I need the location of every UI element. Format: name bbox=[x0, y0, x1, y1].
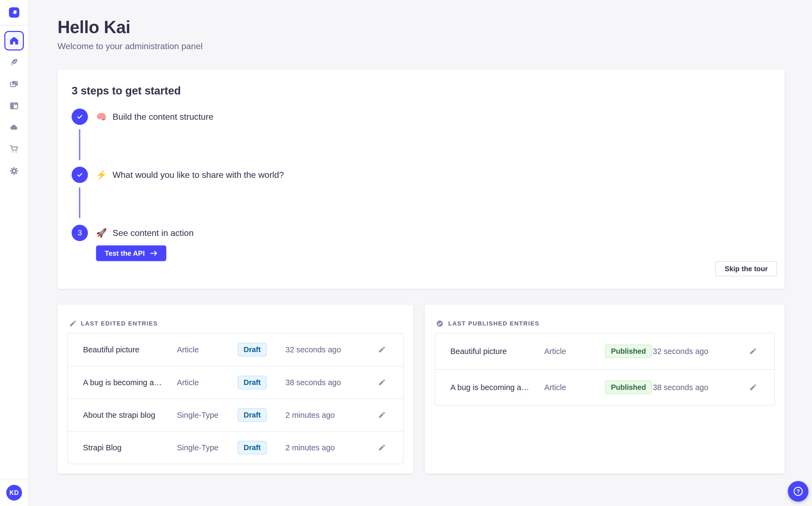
entry-status-badge: Published bbox=[605, 381, 652, 394]
edit-entry-button[interactable] bbox=[746, 381, 759, 394]
entries-table: Beautiful picture Article Draft 32 secon… bbox=[67, 333, 404, 464]
entry-title: About the strapi blog bbox=[83, 411, 177, 420]
step-status-circle bbox=[72, 108, 88, 125]
entry-row: About the strapi blog Single-Type Draft … bbox=[68, 399, 403, 431]
gear-icon bbox=[9, 166, 19, 176]
panel-header: LAST PUBLISHED ENTRIES bbox=[435, 314, 775, 331]
step-number: 3 bbox=[78, 229, 82, 237]
entries-panels: LAST EDITED ENTRIES Beautiful picture Ar… bbox=[58, 305, 785, 474]
step-emoji: 🧠 bbox=[96, 112, 109, 121]
main-content: Hello Kai Welcome to your administration… bbox=[29, 0, 812, 474]
entry-title: Beautiful picture bbox=[83, 345, 177, 354]
step-label: Build the content structure bbox=[113, 112, 213, 121]
entry-status-badge: Draft bbox=[238, 408, 267, 422]
entry-row: A bug is becoming a… Article Published 3… bbox=[435, 369, 774, 405]
sidebar-item-media-library[interactable] bbox=[4, 74, 24, 94]
sidebar-item-settings[interactable] bbox=[4, 161, 24, 181]
entry-row: Beautiful picture Article Published 32 s… bbox=[435, 333, 774, 369]
strapi-admin-page: KD Hello Kai Welcome to your administrat… bbox=[0, 0, 812, 506]
panel-header: LAST EDITED ENTRIES bbox=[67, 314, 404, 331]
pencil-icon bbox=[378, 379, 385, 386]
entry-title: A bug is becoming a… bbox=[450, 383, 544, 392]
entry-time: 2 minutes ago bbox=[285, 411, 375, 420]
last-published-panel: LAST PUBLISHED ENTRIES Beautiful picture… bbox=[425, 305, 785, 474]
images-icon bbox=[10, 80, 18, 88]
step-status-circle: 3 bbox=[72, 225, 88, 241]
pencil-icon bbox=[378, 444, 385, 451]
entry-time: 32 seconds ago bbox=[285, 345, 375, 354]
page-subtitle: Welcome to your administration panel bbox=[58, 40, 785, 52]
entry-type: Article bbox=[544, 347, 605, 356]
entry-row: Strapi Blog Single-Type Draft 2 minutes … bbox=[68, 431, 403, 463]
sidebar-item-cloud[interactable] bbox=[4, 118, 24, 137]
last-edited-panel: LAST EDITED ENTRIES Beautiful picture Ar… bbox=[58, 305, 413, 474]
entry-type: Single-Type bbox=[177, 411, 238, 420]
arrow-right-icon bbox=[150, 251, 158, 256]
entry-title: Beautiful picture bbox=[450, 347, 544, 356]
pencil-icon bbox=[749, 348, 756, 355]
step-emoji: 🚀 bbox=[96, 228, 109, 238]
help-button[interactable]: ? bbox=[788, 481, 808, 502]
entry-type: Article bbox=[177, 345, 238, 354]
edit-entry-button[interactable] bbox=[375, 343, 388, 356]
onboarding-steps: 🧠 Build the content structure ⚡ What wou… bbox=[72, 108, 771, 261]
check-icon bbox=[76, 171, 84, 179]
sidebar: KD bbox=[0, 0, 29, 506]
entry-type: Article bbox=[177, 378, 238, 387]
test-api-label: Test the API bbox=[105, 249, 144, 258]
pencil-icon bbox=[749, 384, 756, 391]
sidebar-item-marketplace[interactable] bbox=[4, 140, 24, 159]
page-title: Hello Kai bbox=[58, 16, 785, 38]
check-icon bbox=[76, 113, 84, 120]
cart-icon bbox=[9, 145, 19, 154]
strapi-logo-icon[interactable] bbox=[9, 7, 19, 18]
entry-title: Strapi Blog bbox=[83, 443, 177, 452]
sidebar-footer: KD bbox=[0, 479, 28, 506]
edit-entry-button[interactable] bbox=[375, 376, 388, 389]
entries-table: Beautiful picture Article Published 32 s… bbox=[435, 333, 775, 406]
onboarding-title: 3 steps to get started bbox=[72, 84, 771, 98]
edit-entry-button[interactable] bbox=[375, 441, 388, 454]
entry-time: 38 seconds ago bbox=[285, 378, 375, 387]
user-avatar[interactable]: KD bbox=[6, 485, 22, 501]
step-label: What would you like to share with the wo… bbox=[113, 170, 284, 180]
panel-title: LAST EDITED ENTRIES bbox=[81, 320, 158, 327]
check-circle-icon bbox=[436, 320, 443, 327]
entry-title: A bug is becoming a… bbox=[83, 378, 177, 387]
entry-status-badge: Draft bbox=[238, 343, 267, 356]
entry-row: A bug is becoming a… Article Draft 38 se… bbox=[68, 366, 403, 399]
step-status-circle bbox=[72, 167, 88, 183]
entry-status-badge: Published bbox=[605, 344, 652, 358]
onboarding-step: ⚡ What would you like to share with the … bbox=[72, 167, 771, 183]
onboarding-step: 3 🚀 See content in action Test the API bbox=[72, 225, 771, 261]
sidebar-nav bbox=[0, 25, 28, 181]
entry-status-badge: Draft bbox=[238, 376, 267, 389]
pencil-icon bbox=[378, 346, 385, 353]
skip-tour-button[interactable]: Skip the tour bbox=[715, 261, 777, 276]
entry-time: 32 seconds ago bbox=[653, 347, 746, 356]
cloud-icon bbox=[9, 123, 19, 132]
step-emoji: ⚡ bbox=[96, 170, 109, 180]
test-api-button[interactable]: Test the API bbox=[96, 245, 166, 261]
entry-type: Single-Type bbox=[177, 443, 238, 452]
onboarding-card: 3 steps to get started 🧠 Build the conte… bbox=[58, 70, 785, 289]
edit-entry-button[interactable] bbox=[746, 345, 759, 358]
edit-entry-button[interactable] bbox=[375, 409, 388, 422]
svg-text:?: ? bbox=[797, 488, 800, 494]
panel-title: LAST PUBLISHED ENTRIES bbox=[448, 320, 539, 327]
sidebar-item-content-manager[interactable] bbox=[4, 53, 24, 72]
logo-area bbox=[0, 0, 28, 25]
sidebar-item-content-type-builder[interactable] bbox=[4, 96, 24, 116]
entry-type: Article bbox=[544, 383, 605, 392]
layout-icon bbox=[10, 101, 18, 110]
home-icon bbox=[9, 36, 19, 45]
entry-row: Beautiful picture Article Draft 32 secon… bbox=[68, 333, 403, 366]
question-icon: ? bbox=[793, 486, 804, 497]
entry-status-badge: Draft bbox=[238, 441, 267, 454]
entry-time: 2 minutes ago bbox=[285, 443, 375, 452]
step-label: See content in action bbox=[113, 228, 194, 238]
onboarding-step: 🧠 Build the content structure bbox=[72, 108, 771, 125]
feather-icon bbox=[10, 58, 18, 67]
sidebar-item-home[interactable] bbox=[4, 31, 24, 51]
pencil-icon bbox=[378, 412, 385, 419]
